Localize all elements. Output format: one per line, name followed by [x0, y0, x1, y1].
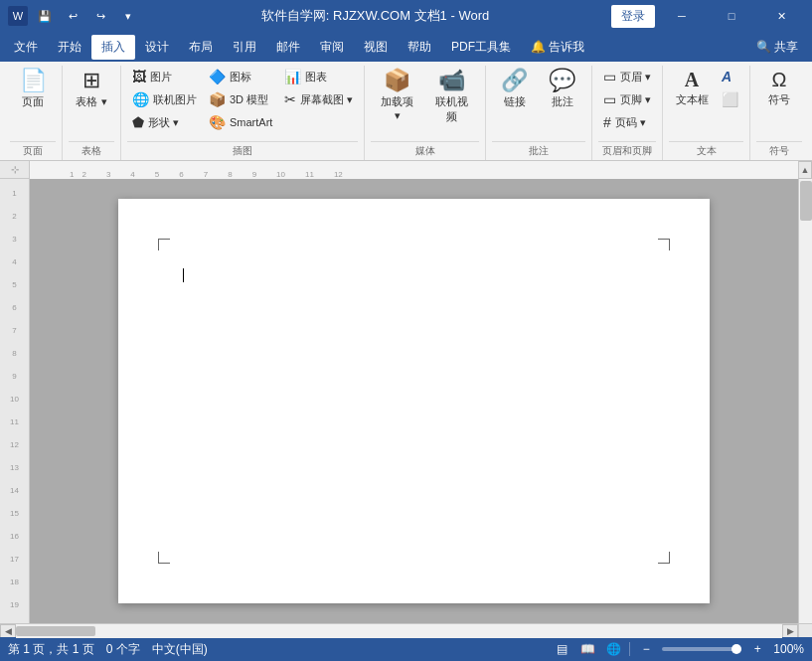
ribbon-group-illustration: 🖼 图片 🌐 联机图片 ⬟ 形状 ▾ [121, 66, 365, 160]
ribbon-group-symbol: Ω 符号 符号 [750, 66, 808, 160]
zoom-out-btn[interactable]: − [636, 640, 656, 658]
3d-model-button[interactable]: 📦 3D 模型 [204, 88, 277, 110]
symbol-icon: Ω [772, 70, 787, 89]
vertical-ruler: 1 2 3 4 5 6 7 8 9 10 11 12 13 14 15 16 1… [0, 179, 30, 623]
menu-pdf[interactable]: PDF工具集 [441, 35, 521, 60]
menu-tell-me[interactable]: 🔔 告诉我 [521, 35, 594, 60]
ribbon-group-text: A 文本框 A ⬜ 文本 [663, 66, 750, 160]
menu-design[interactable]: 设计 [135, 35, 179, 60]
minimize-button[interactable]: ─ [659, 0, 705, 32]
pagenumber-label: 页码 ▾ [615, 115, 646, 130]
picture-label: 图片 [150, 70, 172, 84]
vertical-scrollbar[interactable] [798, 179, 812, 623]
textbox-button[interactable]: A 文本框 [669, 66, 715, 111]
pagenumber-icon: # [603, 114, 611, 130]
ribbon-group-text-content: A 文本框 A ⬜ [669, 66, 743, 139]
ribbon-group-illustration-content: 🖼 图片 🌐 联机图片 ⬟ 形状 ▾ [127, 66, 358, 139]
menu-share[interactable]: 🔍 共享 [746, 35, 808, 60]
corner-mark-br [658, 552, 670, 564]
ribbon-group-comment: 🔗 链接 💬 批注 批注 [486, 66, 592, 160]
page-button[interactable]: 📄 页面 [10, 66, 56, 113]
online-video-button[interactable]: 📹 联机视频 [425, 66, 479, 128]
zoom-in-btn[interactable]: + [747, 640, 767, 658]
zoom-level: 100% [773, 642, 804, 656]
addins-label: 加载项 ▾ [377, 94, 416, 122]
screenshot-button[interactable]: ✂ 屏幕截图 ▾ [279, 88, 358, 110]
scroll-up-arrow[interactable]: ▲ [798, 161, 812, 179]
table-button[interactable]: ⊞ 表格 ▾ [69, 66, 114, 113]
online-video-icon: 📹 [438, 70, 465, 91]
shape-button[interactable]: ⬟ 形状 ▾ [127, 111, 202, 133]
scroll-right-arrow[interactable]: ▶ [782, 624, 798, 638]
ribbon-group-table: ⊞ 表格 ▾ 表格 [63, 66, 121, 160]
menu-insert[interactable]: 插入 [91, 35, 135, 60]
login-button[interactable]: 登录 [611, 5, 655, 28]
chart-icon: 📊 [284, 69, 301, 84]
hf-group-label: 页眉和页脚 [598, 141, 656, 160]
hf-col: ▭ 页眉 ▾ ▭ 页脚 ▾ # 页码 ▾ [598, 66, 656, 133]
menu-home[interactable]: 开始 [48, 35, 91, 60]
document-page[interactable] [118, 199, 710, 603]
title-bar: W 💾 ↩ ↪ ▾ 软件自学网: RJZXW.COM 文档1 - Word 登录… [0, 0, 812, 32]
icon-button[interactable]: 🔷 图标 [204, 66, 277, 87]
dropcap-button[interactable]: ⬜ [717, 88, 743, 110]
symbol-button[interactable]: Ω 符号 [756, 66, 802, 111]
dropcap-icon: ⬜ [722, 91, 738, 107]
zoom-thumb[interactable] [731, 644, 741, 654]
ribbon-group-page: 📄 页面 页面 [4, 66, 63, 160]
link-button[interactable]: 🔗 链接 [492, 66, 538, 113]
menu-file[interactable]: 文件 [4, 35, 48, 60]
picture-icon: 🖼 [132, 69, 146, 84]
menu-mailings[interactable]: 邮件 [266, 35, 310, 60]
close-button[interactable]: ✕ [758, 0, 804, 32]
restore-button[interactable]: □ [709, 0, 754, 32]
header-button[interactable]: ▭ 页眉 ▾ [598, 66, 656, 87]
window-title: 软件自学网: RJZXW.COM 文档1 - Word [139, 7, 611, 25]
undo-qat-button[interactable]: ↩ [62, 5, 83, 27]
read-mode-btn[interactable]: 📖 [577, 640, 597, 658]
icon-btn-icon: 🔷 [209, 69, 226, 84]
word-count: 0 个字 [106, 641, 140, 658]
pagenumber-button[interactable]: # 页码 ▾ [598, 111, 656, 133]
customize-qat-button[interactable]: ▾ [117, 5, 139, 27]
menu-review[interactable]: 审阅 [310, 35, 354, 60]
addins-icon: 📦 [384, 70, 410, 91]
menu-layout[interactable]: 布局 [179, 35, 223, 60]
smartart-button[interactable]: 🎨 SmartArt [204, 111, 277, 133]
scroll-left-arrow[interactable]: ◀ [0, 624, 16, 638]
footer-icon: ▭ [603, 91, 616, 107]
footer-button[interactable]: ▭ 页脚 ▾ [598, 88, 656, 110]
main-area: 1 2 3 4 5 6 7 8 9 10 11 12 13 14 15 16 1… [0, 179, 812, 623]
app: W 💾 ↩ ↪ ▾ 软件自学网: RJZXW.COM 文档1 - Word 登录… [0, 0, 812, 661]
online-picture-button[interactable]: 🌐 联机图片 [127, 88, 202, 110]
ribbon-group-symbol-content: Ω 符号 [756, 66, 802, 139]
horizontal-scrollbar[interactable]: ◀ ▶ [0, 623, 812, 637]
word-icon: W [8, 6, 28, 26]
picture-button[interactable]: 🖼 图片 [127, 66, 202, 87]
h-scroll-thumb[interactable] [16, 626, 95, 636]
menu-view[interactable]: 视图 [354, 35, 398, 60]
comment-group-label: 批注 [492, 141, 585, 160]
comment-button[interactable]: 💬 批注 [540, 66, 585, 113]
cursor-line [183, 268, 184, 282]
redo-qat-button[interactable]: ↪ [89, 5, 111, 27]
status-bar-right: ▤ 📖 🌐 − + 100% [552, 640, 804, 658]
zoom-slider[interactable] [662, 647, 741, 651]
scrollbar-thumb[interactable] [800, 181, 812, 221]
save-qat-button[interactable]: 💾 [34, 5, 56, 27]
web-layout-btn[interactable]: 🌐 [603, 640, 623, 658]
wordart-button[interactable]: A [717, 66, 743, 87]
title-bar-right: 登录 ─ □ ✕ [611, 0, 804, 32]
language: 中文(中国) [152, 641, 208, 658]
illustration-col3: 📊 图表 ✂ 屏幕截图 ▾ [279, 66, 358, 110]
chart-button[interactable]: 📊 图表 [279, 66, 358, 87]
header-label: 页眉 ▾ [620, 70, 651, 84]
smartart-icon: 🎨 [209, 114, 226, 130]
ribbon-group-hf-content: ▭ 页眉 ▾ ▭ 页脚 ▾ # 页码 ▾ [598, 66, 656, 139]
textbox-icon: A [685, 70, 699, 89]
menu-references[interactable]: 引用 [223, 35, 266, 60]
page-area [30, 179, 798, 623]
print-layout-btn[interactable]: ▤ [552, 640, 571, 658]
menu-help[interactable]: 帮助 [398, 35, 441, 60]
addins-button[interactable]: 📦 加载项 ▾ [371, 66, 422, 126]
